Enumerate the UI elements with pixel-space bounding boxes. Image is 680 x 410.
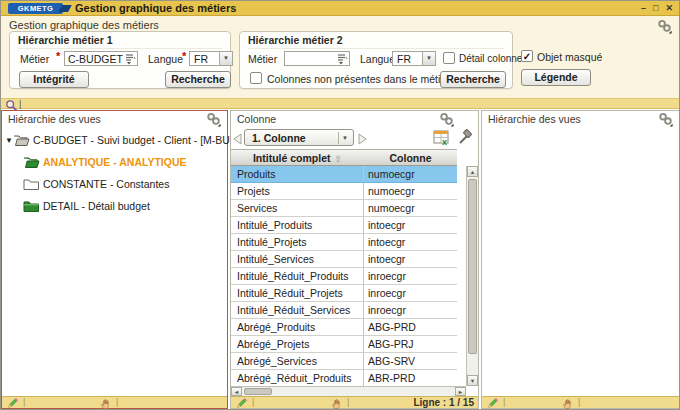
- column-selector[interactable]: 1. Colonne ▼: [244, 129, 354, 146]
- scrollbar-thumb[interactable]: [244, 388, 272, 395]
- column-header-intitule[interactable]: Intitulé complet⇧: [231, 149, 364, 166]
- recherche-button-2[interactable]: Recherche: [440, 71, 506, 88]
- folder-gray-open-icon: [13, 133, 30, 147]
- cell-intitule-complet: Intitulé_Projets: [237, 236, 306, 248]
- tree-item[interactable]: DETAIL - Détail budget: [2, 195, 227, 217]
- tools-hammer-icon[interactable]: [455, 129, 472, 146]
- cell-colonne: ABR-PRD: [368, 372, 415, 384]
- status-strip-left: | |: [2, 396, 227, 408]
- metier-label-2: Métier: [248, 53, 277, 65]
- groupbox-title: Hiérarchie métier 2: [248, 34, 504, 49]
- detail-colonne-checkbox[interactable]: [443, 52, 455, 64]
- cell-intitule-complet: Abrégé_Produits: [237, 321, 315, 333]
- edit-pencil-icon[interactable]: [486, 396, 499, 409]
- panel-hierarchie-des-vues-right: Hiérarchie des vues | |: [481, 110, 680, 409]
- column-toolbar: 1. Colonne ▼ x: [231, 128, 478, 148]
- scrollbar-thumb[interactable]: [468, 179, 477, 354]
- column-header-colonne[interactable]: Colonne: [364, 149, 457, 166]
- legende-button[interactable]: Légende: [521, 69, 591, 86]
- cell-colonne: intoecgr: [368, 236, 405, 248]
- lookup-icon[interactable]: [337, 52, 348, 65]
- tree-item[interactable]: CONSTANTE - Constantes: [2, 173, 227, 195]
- maximize-icon[interactable]: □: [653, 1, 658, 16]
- chevron-down-icon[interactable]: ▼: [219, 52, 232, 65]
- tree-item[interactable]: ANALYTIQUE - ANALYTIQUE: [2, 151, 227, 173]
- chevron-down-icon[interactable]: ▼: [338, 132, 351, 144]
- table-row[interactable]: Abrégé_ProjetsABG-PRJ: [231, 336, 457, 353]
- cell-colonne: inroecgr: [368, 270, 406, 282]
- quick-search-bar[interactable]: |: [1, 98, 679, 109]
- link-icon[interactable]: [206, 112, 221, 127]
- tree-item-label: CONSTANTE - Constantes: [43, 178, 169, 190]
- lookup-icon[interactable]: [125, 52, 136, 65]
- table-row[interactable]: Abrégé_Réduit_ProduitsABR-PRD: [231, 370, 457, 387]
- export-excel-icon[interactable]: x: [433, 129, 450, 146]
- table-row[interactable]: Projetsnumoecgr: [231, 183, 457, 200]
- strip-separator: |: [116, 397, 118, 408]
- horizontal-scrollbar[interactable]: ◄ ►: [231, 386, 466, 396]
- tree-item-label: ANALYTIQUE - ANALYTIQUE: [43, 156, 187, 168]
- cell-intitule-complet: Abrégé_Services: [237, 355, 317, 367]
- edit-pencil-icon[interactable]: [6, 396, 19, 409]
- pan-hand-icon[interactable]: [562, 396, 575, 409]
- vertical-scrollbar[interactable]: ▲ ▼: [466, 166, 478, 386]
- recherche-button-1[interactable]: Recherche: [165, 71, 231, 88]
- table-row[interactable]: Servicesnumoecgr: [231, 200, 457, 217]
- cell-colonne: intoecgr: [368, 253, 405, 265]
- table-row[interactable]: Abrégé_ServicesABG-SRV: [231, 353, 457, 370]
- langue-select[interactable]: FR ▼: [189, 51, 233, 66]
- previous-arrow-icon[interactable]: [233, 131, 242, 143]
- scroll-left-icon[interactable]: ◄: [231, 387, 242, 396]
- scroll-down-icon[interactable]: ▼: [467, 375, 478, 386]
- link-icon[interactable]: [658, 112, 673, 127]
- pan-hand-icon[interactable]: [100, 396, 113, 409]
- scroll-up-icon[interactable]: ▲: [467, 166, 478, 177]
- minimize-icon[interactable]: –: [641, 1, 646, 16]
- pan-hand-icon[interactable]: [331, 396, 344, 409]
- panel-colonne: Colonne 1. Colonne ▼ x Intitulé complet⇧…: [230, 110, 479, 409]
- cell-intitule-complet: Intitulé_Réduit_Services: [237, 304, 350, 316]
- langue-label: Langue: [148, 53, 183, 65]
- status-strip-right: | |: [482, 396, 679, 408]
- strip-separator: |: [23, 397, 25, 408]
- next-arrow-icon[interactable]: [358, 131, 367, 143]
- expander-icon[interactable]: ▼: [5, 136, 13, 145]
- folder-green-open-icon: [23, 155, 40, 169]
- cell-intitule-complet: Intitulé_Réduit_Produits: [237, 270, 349, 282]
- table-row[interactable]: Intitulé_Réduit_Produitsinroecgr: [231, 268, 457, 285]
- groupbox-title: Hiérarchie métier 1: [18, 34, 222, 49]
- table-row[interactable]: Intitulé_Réduit_Servicesinroecgr: [231, 302, 457, 319]
- close-icon[interactable]: ✕: [665, 1, 673, 16]
- table-row[interactable]: Intitulé_Produitsintoecgr: [231, 217, 457, 234]
- detail-colonne-label: Détail colonne: [459, 53, 522, 64]
- link-icon[interactable]: [657, 19, 672, 34]
- link-icon[interactable]: [439, 112, 454, 127]
- search-section: Gestion graphique des métiers Hiérarchie…: [1, 16, 679, 98]
- integrite-button[interactable]: Intégrité: [19, 71, 89, 88]
- table-row[interactable]: Abrégé_ProduitsABG-PRD: [231, 319, 457, 336]
- objet-masque-checkbox[interactable]: ✓: [521, 50, 533, 62]
- cell-intitule-complet: Services: [237, 202, 277, 214]
- tree-item[interactable]: ▼C-BUDGET - Suivi budget - Client - [M-B…: [2, 129, 227, 151]
- langue-label-2: Langue: [360, 53, 395, 65]
- chevron-down-icon[interactable]: ▼: [422, 52, 435, 65]
- cell-colonne: inroecgr: [368, 287, 406, 299]
- edit-pencil-icon[interactable]: [235, 396, 248, 409]
- langue-select-2[interactable]: FR ▼: [392, 51, 436, 66]
- cell-colonne: numoecgr: [368, 185, 415, 197]
- scroll-right-icon[interactable]: ►: [455, 387, 466, 396]
- strip-separator: |: [503, 397, 505, 408]
- table-row[interactable]: Produitsnumoecgr: [231, 166, 457, 183]
- cell-intitule-complet: Abrégé_Réduit_Produits: [237, 372, 351, 384]
- colonnes-non-presentes-label: Colonnes non présentes dans le métier 1: [267, 73, 458, 85]
- cell-intitule-complet: Intitulé_Réduit_Projets: [237, 287, 343, 299]
- cell-colonne: intoecgr: [368, 219, 405, 231]
- folder-green-closed-icon: [23, 199, 40, 213]
- table-row[interactable]: Intitulé_Réduit_Projetsinroecgr: [231, 285, 457, 302]
- table-row[interactable]: Intitulé_Projetsintoecgr: [231, 234, 457, 251]
- metier-label: Métier: [20, 53, 49, 65]
- panel-title: Hiérarchie des vues: [488, 113, 581, 125]
- cell-colonne: numoecgr: [368, 202, 415, 214]
- colonnes-non-presentes-checkbox[interactable]: [250, 72, 262, 84]
- table-row[interactable]: Intitulé_Servicesintoecgr: [231, 251, 457, 268]
